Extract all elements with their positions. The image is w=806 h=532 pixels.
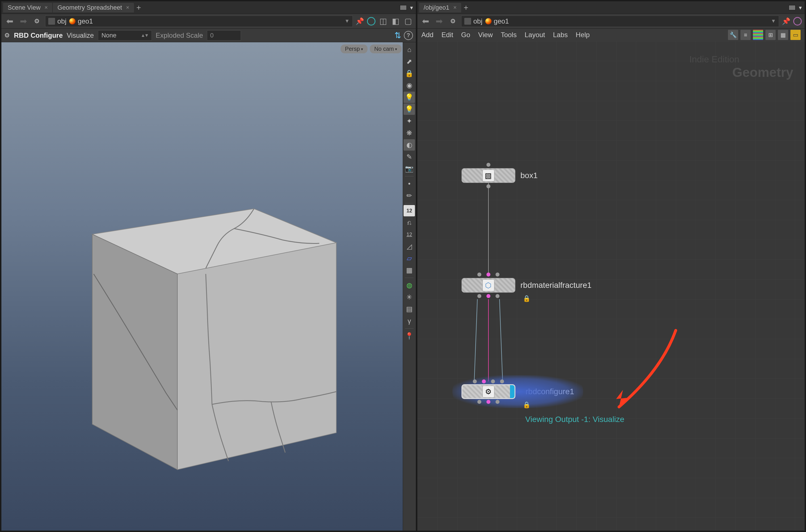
light-icon[interactable]: 💡 (404, 92, 415, 103)
lock-icon: 🔒 (523, 295, 530, 302)
checker-icon[interactable]: ▦ (404, 265, 415, 276)
viewport[interactable]: Persp▾ No cam▾ (1, 42, 416, 531)
cube-wire-icon[interactable]: ◧ (391, 16, 400, 26)
menu-go[interactable]: Go (461, 31, 470, 39)
list-icon[interactable]: ≡ (740, 30, 751, 40)
pane-menu-icon[interactable]: ▾ (798, 4, 803, 11)
nocam-pill[interactable]: No cam▾ (370, 44, 402, 53)
path-field[interactable]: obj geo1 ▼ (461, 16, 779, 27)
menu-help[interactable]: Help (576, 31, 590, 39)
node-rbdmaterialfracture1[interactable]: ⬡ rbdmaterialfracture1 🔒 (461, 278, 592, 293)
node-box1[interactable]: ▧ box1 (461, 168, 538, 183)
close-icon[interactable]: × (453, 4, 457, 11)
menu-add[interactable]: Add (421, 31, 434, 39)
fractured-cube (35, 127, 382, 495)
tab-label: Geometry Spreadsheet (57, 4, 122, 11)
path-dropdown-icon[interactable]: ▼ (345, 18, 350, 24)
display-opts-icon[interactable]: ▦ (778, 30, 788, 40)
menu-labs[interactable]: Labs (553, 31, 568, 39)
path-field[interactable]: obj geo1 ▼ (45, 16, 353, 27)
tree-icon[interactable]: ⊞ (765, 30, 776, 40)
brush-icon[interactable]: ✎ (404, 151, 415, 163)
node-label: rbdmaterialfracture1 (520, 281, 592, 290)
path-dropdown-icon[interactable]: ▼ (771, 18, 776, 24)
node-body[interactable]: ▧ (461, 168, 515, 183)
bulb-on-icon[interactable]: 💡 (404, 103, 415, 115)
forward-button[interactable]: ➡ (434, 16, 445, 27)
link-ring-icon[interactable] (793, 17, 802, 25)
tab-label: /obj/geo1 (424, 4, 450, 11)
pin-marker-icon[interactable]: 📍 (404, 330, 415, 342)
pane-menu-icon[interactable]: ▾ (409, 4, 414, 11)
menu-edit[interactable]: Edit (441, 31, 453, 39)
sticky-note-icon[interactable]: ▭ (790, 30, 801, 40)
broom-icon[interactable]: ⎌ (404, 217, 415, 228)
node-rbdconfigure1[interactable]: ⚙ rbdconfigure1 🔒 (461, 384, 574, 399)
lock-icon[interactable]: 🔒 (404, 68, 415, 79)
link-ring-icon[interactable] (367, 17, 375, 25)
window-icon[interactable] (789, 5, 795, 10)
bulb-gear-icon[interactable]: ❋ (404, 127, 415, 139)
close-icon[interactable]: × (126, 4, 129, 11)
exploded-scale-field[interactable]: 0 (207, 30, 241, 41)
crumb-label: obj (57, 17, 67, 25)
display-flag[interactable] (510, 385, 515, 398)
cube-fill-icon[interactable]: ▢ (403, 16, 413, 26)
add-tab-button[interactable]: + (134, 3, 143, 12)
menu-view[interactable]: View (478, 31, 493, 39)
back-button[interactable]: ⬅ (420, 16, 431, 27)
crumb-geo1[interactable]: geo1 (485, 17, 509, 25)
curve-icon[interactable]: ✏ (404, 190, 415, 201)
tab-geometry-spreadsheet[interactable]: Geometry Spreadsheet × (53, 3, 134, 13)
cube-icon[interactable]: ◫ (378, 16, 388, 26)
badge-12-icon[interactable]: 12 (404, 205, 415, 216)
crumb-obj[interactable]: obj (464, 17, 482, 25)
visualize-dropdown[interactable]: None ▲▼ (98, 30, 152, 41)
back-button[interactable]: ⬅ (4, 16, 15, 27)
pin-icon[interactable]: 📌 (782, 17, 790, 25)
menu-layout[interactable]: Layout (525, 31, 545, 39)
snap-icon[interactable]: ⇅ (395, 31, 401, 40)
help-icon[interactable]: ? (404, 31, 413, 40)
scene-view-pane: Scene View × Geometry Spreadsheet × + ▾ … (1, 1, 416, 531)
tool-icon[interactable]: ⚙ (4, 32, 10, 39)
lock-icon: 🔒 (523, 401, 530, 408)
path-options-icon[interactable]: ⚙ (32, 16, 42, 27)
bulb-add-icon[interactable]: ✦ (404, 115, 415, 127)
window-icon[interactable] (400, 5, 407, 10)
ruler-icon[interactable]: 12 (404, 229, 415, 240)
axes-icon[interactable]: ✳ (404, 291, 415, 303)
crumb-obj[interactable]: obj (48, 17, 67, 25)
network-editor[interactable]: Indie Edition Geometry ▧ box1 (418, 41, 805, 531)
plane-icon[interactable]: ▱ (404, 253, 415, 264)
eye-icon[interactable]: ◉ (404, 80, 415, 91)
node-body[interactable]: ⚙ (461, 384, 515, 399)
crumb-label: geo1 (78, 17, 93, 25)
tool-title: RBD Configure (14, 32, 63, 39)
forward-button[interactable]: ➡ (18, 16, 29, 27)
menu-tools[interactable]: Tools (501, 31, 516, 39)
home-icon[interactable]: ⌂ (404, 44, 415, 55)
path-options-icon[interactable]: ⚙ (447, 16, 458, 27)
globe-icon[interactable]: ◍ (404, 280, 415, 291)
pin-icon[interactable]: 📌 (355, 17, 364, 25)
select-icon[interactable]: ⬈ (404, 56, 415, 67)
camera-icon[interactable]: 📷 (404, 163, 415, 174)
palette-icon[interactable] (753, 30, 763, 40)
layers-icon[interactable]: ▤ (404, 303, 415, 315)
right-path-bar: ⬅ ➡ ⚙ obj geo1 ▼ 📌 (418, 14, 805, 28)
tab-scene-view[interactable]: Scene View × (3, 3, 52, 13)
angle-icon[interactable]: ◿ (404, 241, 415, 252)
wrench-icon[interactable]: 🔧 (728, 30, 738, 40)
exploded-label: Exploded Scale (156, 32, 203, 39)
dot-icon[interactable]: • (404, 178, 415, 189)
camera-pill[interactable]: Persp▾ (341, 44, 368, 53)
close-icon[interactable]: × (44, 4, 48, 11)
tab-obj-geo1[interactable]: /obj/geo1 × (419, 3, 461, 13)
add-tab-button[interactable]: + (462, 3, 470, 12)
material-icon[interactable]: ◐ (404, 139, 415, 151)
gamma-icon[interactable]: γ (404, 315, 415, 327)
node-body[interactable]: ⬡ (461, 278, 515, 293)
scene-toolbar: ⚙ RBD Configure Visualize None ▲▼ Explod… (1, 28, 416, 42)
crumb-geo1[interactable]: geo1 (69, 17, 93, 25)
